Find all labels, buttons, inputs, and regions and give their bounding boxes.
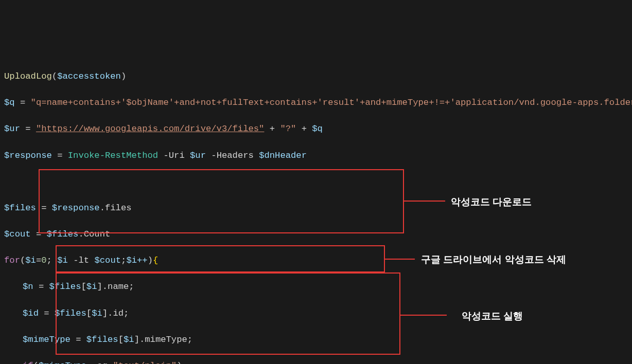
variable: $files — [4, 203, 36, 213]
code-line: $q = "q=name+contains+'$objName'+and+not… — [4, 96, 628, 110]
variable: $response — [4, 151, 52, 160]
keyword: if — [23, 361, 33, 364]
url-string: "https://www.googleapis.com/drive/v3/fil… — [36, 124, 265, 134]
function-call: UploadLog — [4, 71, 52, 81]
annotation-line — [385, 259, 415, 260]
variable: $id — [23, 308, 39, 318]
string-literal: "text/plain" — [113, 361, 177, 364]
cmdlet: Invoke-RestMethod — [68, 151, 158, 160]
variable: $i — [25, 256, 36, 265]
annotation-download: 악성코드 다운로드 — [451, 195, 532, 209]
highlight-box-download — [39, 169, 404, 233]
variable: $dnHeader — [259, 151, 307, 160]
highlight-box-execute — [56, 272, 400, 355]
variable: $q — [4, 98, 15, 107]
variable: $n — [23, 282, 33, 292]
flag: -Uri — [163, 151, 184, 160]
annotation-delete: 구글 드라이브에서 악성코드 삭제 — [421, 253, 566, 266]
variable: $ur — [190, 151, 206, 160]
string-literal: "?" — [280, 124, 296, 134]
annotation-execute: 악성코드 실행 — [462, 310, 523, 323]
operator: -eq — [92, 361, 108, 364]
variable: $q — [312, 124, 323, 134]
annotation-line — [404, 201, 445, 202]
code-line: UploadLog($accesstoken) — [4, 70, 628, 83]
flag: -Headers — [211, 151, 254, 160]
code-line: $response = Invoke-RestMethod -Uri $ur -… — [4, 149, 628, 162]
keyword: for — [4, 256, 20, 265]
variable: $ur — [4, 124, 20, 134]
number: 0 — [41, 256, 46, 265]
annotation-line — [400, 315, 447, 316]
code-line: if($mimeType -eq "text/plain") — [23, 359, 628, 364]
code-line: $ur = "https://www.googleapis.com/drive/… — [4, 122, 628, 136]
variable: $cout — [4, 229, 31, 239]
variable: $accesstoken — [57, 71, 121, 81]
highlight-box-delete — [56, 245, 385, 272]
string-literal: "q=name+contains+'$objName'+and+not+full… — [31, 98, 632, 107]
variable: $mimeType — [39, 361, 86, 364]
